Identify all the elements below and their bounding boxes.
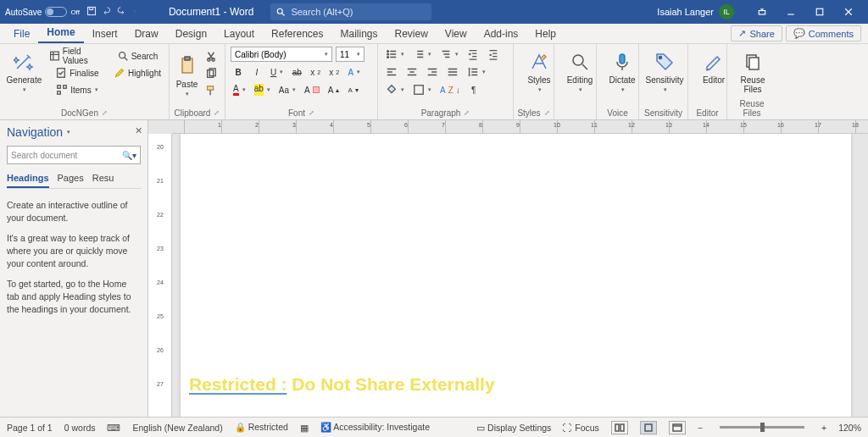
- change-case-button[interactable]: Aa▾: [276, 82, 298, 97]
- tab-insert[interactable]: Insert: [84, 25, 126, 43]
- italic-button[interactable]: I: [249, 64, 264, 80]
- save-icon[interactable]: [86, 6, 97, 18]
- tab-layout[interactable]: Layout: [215, 25, 263, 43]
- editing-button[interactable]: Editing▾: [559, 47, 600, 93]
- tab-view[interactable]: View: [437, 25, 476, 43]
- close-pane-button[interactable]: ✕: [135, 125, 142, 136]
- tab-addins[interactable]: Add-ins: [476, 25, 527, 43]
- finalise-button[interactable]: Finalise: [47, 65, 108, 80]
- tab-design[interactable]: Design: [167, 25, 215, 43]
- redo-icon[interactable]: [117, 6, 127, 18]
- borders-button[interactable]: ▾: [410, 82, 434, 97]
- word-count[interactable]: 0 words: [64, 423, 96, 433]
- language-indicator[interactable]: English (New Zealand): [132, 423, 222, 433]
- bold-button[interactable]: B: [231, 64, 246, 80]
- tab-references[interactable]: References: [263, 25, 331, 43]
- undo-icon[interactable]: [102, 6, 112, 18]
- bullets-button[interactable]: ▾: [383, 47, 407, 62]
- sort-button[interactable]: AZ↓: [437, 82, 463, 97]
- document-page[interactable]: Restricted : Do Not Share Externally: [181, 134, 851, 417]
- view-print-layout[interactable]: [640, 421, 657, 434]
- reuse-files-button[interactable]: Reuse Files: [732, 47, 773, 94]
- strikethrough-button[interactable]: ab: [289, 64, 304, 80]
- text-highlight-button[interactable]: ab▾: [252, 82, 273, 97]
- chevron-down-icon[interactable]: ▾: [67, 129, 70, 136]
- increase-indent-button[interactable]: [485, 47, 502, 62]
- nav-tab-headings[interactable]: Headings: [7, 173, 49, 188]
- macros-icon[interactable]: ▦: [300, 423, 309, 433]
- line-spacing-button[interactable]: ▾: [465, 64, 488, 80]
- display-settings-button[interactable]: ▭ Display Settings: [476, 423, 551, 433]
- decrease-indent-button[interactable]: [465, 47, 481, 62]
- user-account[interactable]: Isaiah Langer IL: [657, 4, 734, 19]
- maximize-button[interactable]: [805, 0, 834, 24]
- font-size-combo[interactable]: 11▾: [336, 47, 364, 62]
- paste-button[interactable]: Paste▾: [175, 51, 199, 97]
- sensitivity-button[interactable]: Sensitivity▾: [644, 47, 685, 93]
- autosave-toggle[interactable]: AutoSave Off: [5, 7, 80, 17]
- align-center-button[interactable]: [403, 64, 420, 80]
- nav-search-input[interactable]: Search document 🔍▾: [7, 146, 141, 164]
- zoom-out-button[interactable]: −: [698, 423, 703, 433]
- zoom-level[interactable]: 120%: [838, 423, 861, 433]
- shading-button[interactable]: ▾: [383, 82, 407, 97]
- text-effects-button[interactable]: A▾: [345, 64, 363, 80]
- tab-draw[interactable]: Draw: [126, 25, 167, 43]
- dialog-launcher-icon[interactable]: ⤢: [464, 109, 470, 117]
- accessibility-indicator[interactable]: ♿ Accessibility: Investigate: [320, 422, 430, 433]
- zoom-in-button[interactable]: +: [821, 423, 826, 433]
- close-button[interactable]: [834, 0, 863, 24]
- page-number[interactable]: Page 1 of 1: [7, 423, 53, 433]
- dictate-button[interactable]: Dictate▾: [602, 47, 643, 93]
- clear-formatting-button[interactable]: A: [302, 82, 322, 97]
- tab-mailings[interactable]: Mailings: [331, 25, 386, 43]
- copy-button[interactable]: [203, 66, 220, 81]
- font-color-button[interactable]: A▾: [231, 82, 248, 97]
- view-read-mode[interactable]: [611, 421, 628, 434]
- align-right-button[interactable]: [424, 64, 441, 80]
- font-name-combo[interactable]: Calibri (Body)▾: [231, 47, 332, 62]
- justify-button[interactable]: [444, 64, 461, 80]
- highlight-button[interactable]: Highlight: [111, 65, 164, 80]
- tab-help[interactable]: Help: [526, 25, 565, 43]
- share-button[interactable]: ↗Share: [731, 25, 782, 41]
- dialog-launcher-icon[interactable]: ⤢: [309, 109, 314, 117]
- show-marks-button[interactable]: ¶: [466, 82, 481, 97]
- dialog-launcher-icon[interactable]: ⤢: [102, 109, 108, 117]
- search-box[interactable]: Search (Alt+Q): [270, 3, 431, 20]
- numbering-button[interactable]: ▾: [410, 47, 434, 62]
- view-web-layout[interactable]: [669, 421, 686, 434]
- items-button[interactable]: Items▾: [47, 82, 108, 97]
- format-painter-button[interactable]: [203, 83, 220, 98]
- multilevel-list-button[interactable]: ▾: [437, 47, 461, 62]
- share-icon: ↗: [738, 28, 746, 39]
- ribbon-options-button[interactable]: [748, 0, 776, 24]
- dialog-launcher-icon[interactable]: ⤢: [214, 109, 220, 117]
- superscript-button[interactable]: x2: [326, 64, 342, 80]
- qat-dropdown-icon[interactable]: ▾: [133, 8, 136, 15]
- field-values-button[interactable]: Field Values: [47, 48, 108, 64]
- cut-button[interactable]: [203, 49, 220, 64]
- subscript-button[interactable]: x2: [308, 64, 323, 80]
- grow-font-button[interactable]: A▴: [326, 82, 342, 97]
- tab-file[interactable]: File: [5, 25, 38, 43]
- dialog-launcher-icon[interactable]: ⤢: [544, 109, 550, 117]
- generate-button[interactable]: Generate▾: [5, 47, 43, 93]
- vertical-ruler[interactable]: 2021222324252627: [148, 134, 172, 417]
- tab-home[interactable]: Home: [38, 23, 83, 43]
- nav-tab-results[interactable]: Resu: [92, 173, 114, 188]
- tab-review[interactable]: Review: [387, 25, 437, 43]
- underline-button[interactable]: U▾: [268, 64, 286, 80]
- focus-button[interactable]: ⛶ Focus: [563, 423, 599, 433]
- horizontal-ruler[interactable]: 12345678910111213141516171819: [172, 120, 868, 134]
- shrink-font-button[interactable]: A▾: [345, 82, 360, 97]
- text-predictions-icon[interactable]: ⌨: [107, 423, 120, 433]
- zoom-slider[interactable]: [720, 426, 804, 429]
- styles-button[interactable]: Styles▾: [519, 47, 559, 93]
- comments-button[interactable]: 💬Comments: [786, 25, 861, 41]
- restricted-indicator[interactable]: 🔒 Restricted: [235, 422, 288, 433]
- nav-tab-pages[interactable]: Pages: [58, 173, 84, 188]
- align-left-button[interactable]: [383, 64, 400, 80]
- minimize-button[interactable]: [776, 0, 805, 24]
- docngen-search-button[interactable]: Search: [111, 48, 164, 64]
